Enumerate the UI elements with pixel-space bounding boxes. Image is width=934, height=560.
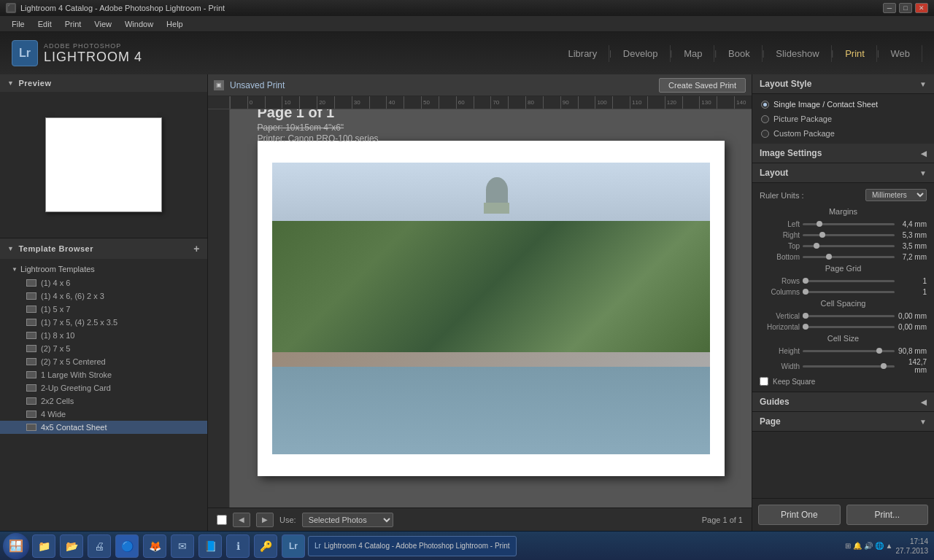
minimize-button[interactable]: ─ bbox=[883, 3, 896, 13]
page-checkbox[interactable] bbox=[217, 515, 227, 525]
ruler-tick bbox=[612, 96, 630, 109]
template-item[interactable]: 2-Up Greeting Card bbox=[0, 381, 207, 394]
top-margin-slider[interactable] bbox=[803, 245, 895, 247]
left-margin-slider[interactable] bbox=[803, 223, 895, 225]
right-margin-thumb[interactable] bbox=[819, 232, 825, 238]
layout-header[interactable]: Layout ▼ bbox=[752, 163, 934, 183]
template-browser-header[interactable]: ▼ Template Browser + bbox=[0, 238, 207, 259]
template-item-icon bbox=[26, 292, 36, 300]
start-button[interactable]: 🪟 bbox=[3, 533, 29, 559]
bottom-margin-thumb[interactable] bbox=[826, 254, 832, 260]
nav-book[interactable]: Book bbox=[717, 45, 763, 62]
template-item[interactable]: (1) 4 x 6 bbox=[0, 276, 207, 289]
layout-style-content: Single Image / Contact Sheet Picture Pac… bbox=[752, 94, 934, 144]
top-margin-thumb[interactable] bbox=[814, 243, 819, 249]
taskbar-icon-explorer[interactable]: 📁 bbox=[32, 534, 55, 558]
center-area: ▣ Unsaved Print Create Saved Print 0 10 … bbox=[208, 74, 752, 531]
preview-arrow: ▼ bbox=[7, 79, 14, 87]
template-group: ▼ Lightroom Templates (1) 4 x 6 (1) 4 x … bbox=[0, 262, 207, 434]
template-item[interactable]: (2) 7 x 5 Centered bbox=[0, 355, 207, 368]
page-indicator: Page 1 of 1 bbox=[702, 516, 743, 524]
taskbar-icon-key[interactable]: 🔑 bbox=[254, 534, 277, 558]
template-item[interactable]: 2x2 Cells bbox=[0, 394, 207, 408]
right-margin-slider[interactable] bbox=[803, 234, 895, 236]
top-margin-value: 3,5 mm bbox=[898, 242, 927, 250]
close-button[interactable]: ✕ bbox=[915, 3, 928, 13]
bottom-margin-value: 7,2 mm bbox=[898, 253, 927, 261]
nav-develop[interactable]: Develop bbox=[611, 45, 671, 62]
height-slider[interactable] bbox=[803, 350, 895, 352]
width-slider[interactable] bbox=[803, 365, 895, 368]
horizontal-spacing-slider[interactable] bbox=[803, 326, 895, 328]
lightroom-templates-group[interactable]: ▼ Lightroom Templates bbox=[0, 262, 207, 276]
nav-slideshow[interactable]: Slideshow bbox=[764, 45, 831, 62]
page-section-header[interactable]: Page ▼ bbox=[752, 412, 934, 432]
nav-print[interactable]: Print bbox=[833, 45, 877, 62]
menu-window[interactable]: Window bbox=[119, 18, 159, 30]
template-item[interactable]: 1 Large With Stroke bbox=[0, 368, 207, 381]
taskbar-icon-printer[interactable]: 🖨 bbox=[88, 534, 111, 558]
maximize-button[interactable]: □ bbox=[899, 3, 912, 13]
guides-header[interactable]: Guides ◀ bbox=[752, 392, 934, 412]
taskbar-icon-firefox[interactable]: 🦊 bbox=[143, 534, 166, 558]
nav-web[interactable]: Web bbox=[879, 45, 923, 62]
nav-library[interactable]: Library bbox=[556, 45, 609, 62]
taskbar-active-app[interactable]: Lr Lightroom 4 Catalog - Adobe Photoshop… bbox=[308, 536, 517, 556]
left-margin-thumb[interactable] bbox=[817, 221, 822, 227]
height-thumb[interactable] bbox=[876, 348, 882, 354]
layout-style-header[interactable]: Layout Style ▼ bbox=[752, 74, 934, 94]
template-item[interactable]: (1) 8 x 10 bbox=[0, 329, 207, 342]
ruler-tick: 80 bbox=[525, 96, 543, 109]
menu-view[interactable]: View bbox=[88, 18, 117, 30]
menu-edit[interactable]: Edit bbox=[32, 18, 58, 30]
template-item[interactable]: 4 Wide bbox=[0, 408, 207, 421]
unsaved-print-label[interactable]: Unsaved Print bbox=[230, 80, 285, 90]
taskbar-icon-folder[interactable]: 📂 bbox=[60, 534, 83, 558]
rows-slider[interactable] bbox=[803, 280, 895, 282]
prev-page-button[interactable]: ◀ bbox=[233, 513, 250, 527]
template-item[interactable]: (1) 7 x 5, (4) 2.5 x 3.5 bbox=[0, 316, 207, 329]
page-grid-title: Page Grid bbox=[760, 264, 927, 273]
ruler-units-select[interactable]: Millimeters Inches Centimeters bbox=[865, 189, 927, 201]
add-template-button[interactable]: + bbox=[193, 243, 200, 254]
width-thumb[interactable] bbox=[881, 363, 887, 369]
taskbar-icon-blue[interactable]: 🔵 bbox=[115, 534, 139, 558]
use-select[interactable]: Selected Photos All Filmstrip Photos Fla… bbox=[302, 513, 393, 527]
page-section-arrow: ▼ bbox=[919, 418, 927, 426]
print-button[interactable]: Print... bbox=[846, 505, 929, 525]
columns-slider[interactable] bbox=[803, 291, 895, 293]
vertical-spacing-slider[interactable] bbox=[803, 315, 895, 317]
template-item[interactable]: (1) 5 x 7 bbox=[0, 303, 207, 316]
menu-print[interactable]: Print bbox=[59, 18, 88, 30]
template-item-contact-sheet[interactable]: 4x5 Contact Sheet bbox=[0, 421, 207, 434]
bottom-margin-slider[interactable] bbox=[803, 256, 895, 258]
rows-thumb[interactable] bbox=[803, 278, 808, 284]
columns-thumb[interactable] bbox=[803, 289, 808, 295]
style-single-image[interactable]: Single Image / Contact Sheet bbox=[752, 97, 934, 112]
menubar: File Edit Print View Window Help bbox=[0, 16, 934, 32]
template-item-icon bbox=[26, 319, 36, 326]
taskbar-icon-info[interactable]: ℹ bbox=[226, 534, 250, 558]
style-custom-package[interactable]: Custom Package bbox=[752, 126, 934, 141]
print-one-button[interactable]: Print One bbox=[758, 505, 841, 525]
taskbar-icon-word[interactable]: 📘 bbox=[198, 534, 222, 558]
menu-help[interactable]: Help bbox=[161, 18, 189, 30]
create-saved-print-button[interactable]: Create Saved Print bbox=[659, 78, 746, 93]
taskbar-icon-lightroom[interactable]: Lr bbox=[282, 534, 305, 558]
vertical-spacing-thumb[interactable] bbox=[803, 313, 808, 319]
template-item[interactable]: (2) 7 x 5 bbox=[0, 342, 207, 355]
horizontal-spacing-thumb[interactable] bbox=[803, 324, 808, 330]
image-settings-header[interactable]: Image Settings ◀ bbox=[752, 144, 934, 163]
window-controls[interactable]: ─ □ ✕ bbox=[883, 3, 928, 13]
style-picture-package[interactable]: Picture Package bbox=[752, 112, 934, 126]
ruler-tick bbox=[265, 96, 282, 109]
preview-header[interactable]: ▼ Preview bbox=[0, 74, 207, 92]
template-item[interactable]: (1) 4 x 6, (6) 2 x 3 bbox=[0, 289, 207, 303]
nav-map[interactable]: Map bbox=[672, 45, 714, 62]
rows-value: 1 bbox=[898, 277, 927, 285]
keep-square-checkbox[interactable] bbox=[760, 377, 768, 386]
menu-file[interactable]: File bbox=[6, 18, 31, 30]
taskbar-icon-email[interactable]: ✉ bbox=[171, 534, 194, 558]
next-page-button[interactable]: ▶ bbox=[256, 513, 274, 527]
page-printer: Printer: Canon PRO-100 series bbox=[258, 133, 379, 144]
